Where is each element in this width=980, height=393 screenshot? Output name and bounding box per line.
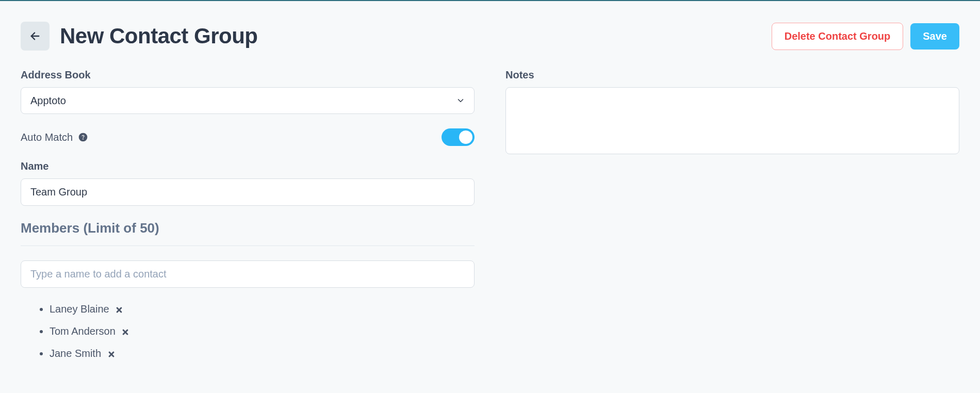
add-contact-input[interactable] [21,260,475,288]
member-item: Jane Smith [50,342,475,365]
member-item: Tom Anderson [50,320,475,342]
address-book-label: Address Book [21,69,475,81]
header-actions: Delete Contact Group Save [772,23,959,50]
toggle-knob [459,130,472,144]
name-label: Name [21,160,475,172]
delete-contact-group-button[interactable]: Delete Contact Group [772,23,904,50]
arrow-left-icon [29,30,41,42]
members-heading: Members (Limit of 50) [21,220,475,246]
page-title: New Contact Group [60,24,258,48]
notes-label: Notes [505,69,959,81]
notes-textarea[interactable] [505,87,959,154]
page-header: New Contact Group Delete Contact Group S… [21,22,959,51]
address-book-field: Address Book Apptoto [21,69,475,114]
right-column: Notes [505,69,959,365]
member-name: Laney Blaine [50,303,109,315]
auto-match-label: Auto Match [21,132,73,143]
remove-member-icon[interactable] [121,328,129,336]
left-column: Address Book Apptoto Auto Match [21,69,475,365]
address-book-select[interactable]: Apptoto [21,87,475,114]
auto-match-toggle[interactable] [442,128,475,146]
name-field: Name [21,160,475,206]
back-button[interactable] [21,22,50,51]
member-item: Laney Blaine [50,298,475,320]
notes-field: Notes [505,69,959,156]
remove-member-icon[interactable] [115,306,123,314]
name-input[interactable] [21,178,475,206]
member-name: Tom Anderson [50,325,116,337]
member-name: Jane Smith [50,348,101,359]
remove-member-icon[interactable] [107,350,116,358]
help-icon[interactable] [78,132,88,142]
header-left: New Contact Group [21,22,258,51]
save-button[interactable]: Save [910,23,959,50]
member-list: Laney Blaine Tom Anderson Jane Smith [21,298,475,365]
auto-match-row: Auto Match [21,128,475,146]
